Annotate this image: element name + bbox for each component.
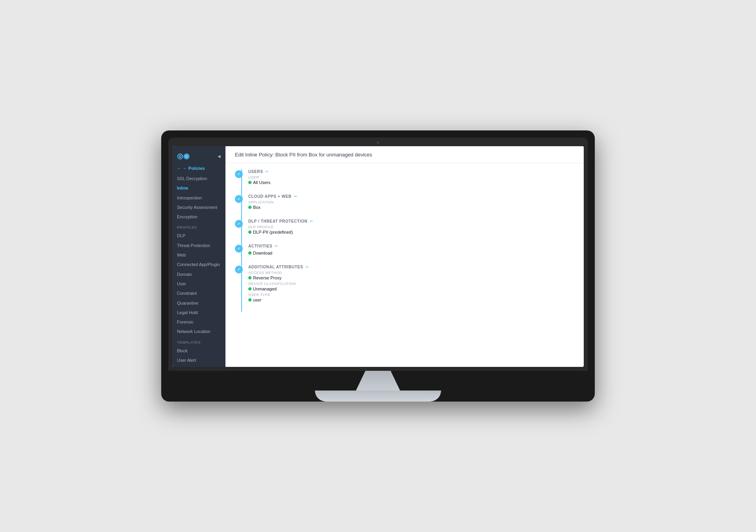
application-value: Box [253,205,261,210]
green-dot-user [248,181,251,184]
sidebar-item-quarantine[interactable]: Quarantine [172,298,225,308]
app-logo-icon: ◎◉ [177,152,190,160]
step-title-additional: ADDITIONAL ATTRIBUTES [248,265,303,269]
field-label-device-classification: DEVICE CLASSIFICATION [248,282,574,286]
step-title-activities: ACTIVITIES [248,244,272,248]
user-type-value: user [253,298,261,302]
field-value-access-method: Reverse Proxy [248,275,574,280]
edit-additional-icon[interactable]: ✏ [305,265,309,269]
sidebar-item-security-assessment[interactable]: Security Assessment [172,203,225,212]
step-content-cloud-apps: CLOUD APPS + WEB ✏ APPLICATION Box [248,194,574,210]
edit-dlp-icon[interactable]: ✏ [310,219,313,223]
step-title-dlp: DLP / THREAT PROTECTION [248,219,307,223]
step-header-activities: ACTIVITIES ✏ [248,244,574,248]
sidebar: ◎◉ ◀ ← ← Policies SSL Decryption Inline … [172,146,225,367]
step-cloud-apps: CLOUD APPS + WEB ✏ APPLICATION Box [235,194,574,210]
user-value: All Users [253,180,270,185]
sidebar-item-dlp[interactable]: DLP [172,231,225,240]
step-activities: ACTIVITIES ✏ Download [235,244,574,255]
field-label-user: USER [248,175,574,179]
step-header-additional: ADDITIONAL ATTRIBUTES ✏ [248,265,574,269]
green-dot-device-classification [248,287,251,290]
step-title-cloud-apps: CLOUD APPS + WEB [248,194,292,199]
back-to-policies[interactable]: ← ← Policies [172,164,225,174]
field-label-access-method: ACCESS METHOD [248,271,574,275]
step-header-dlp: DLP / THREAT PROTECTION ✏ [248,219,574,223]
edit-activities-icon[interactable]: ✏ [275,244,278,248]
step-title-users: USERS [248,169,263,174]
policy-steps-container: USERS ✏ USER All Users [225,163,584,318]
monitor-screen: ◎◉ ◀ ← ← Policies SSL Decryption Inline … [172,146,584,367]
step-header-cloud-apps: CLOUD APPS + WEB ✏ [248,194,574,199]
field-label-application: APPLICATION [248,200,574,204]
sidebar-item-ssl-decryption[interactable]: SSL Decryption [172,174,225,183]
green-dot-activities [248,251,251,255]
green-dot-dlp-profile [248,231,251,234]
field-value-application: Box [248,205,574,210]
monitor: ◎◉ ◀ ← ← Policies SSL Decryption Inline … [161,130,595,402]
sidebar-item-constraint[interactable]: Constraint [172,288,225,298]
sidebar-item-domain[interactable]: Domain [172,270,225,279]
step-circle-activities [235,245,243,253]
step-circle-dlp [235,220,243,228]
green-dot-access-method [248,276,251,279]
sidebar-item-web[interactable]: Web [172,250,225,260]
field-value-dlp-profile: DLP-PII (predefined) [248,230,574,234]
step-circle-additional [235,266,243,273]
step-content-dlp: DLP / THREAT PROTECTION ✏ DLP PROFILE DL… [248,219,574,234]
sidebar-item-threat-protection[interactable]: Threat Protection [172,241,225,250]
sidebar-item-block[interactable]: Block [172,346,225,355]
monitor-stand-base [315,391,441,402]
field-value-user-type: user [248,298,574,302]
sidebar-item-inline[interactable]: Inline [172,183,225,193]
step-content-additional: ADDITIONAL ATTRIBUTES ✏ ACCESS METHOD Re… [248,265,574,302]
dlp-profile-value: DLP-PII (predefined) [253,230,293,234]
monitor-stand-neck [346,371,410,391]
step-circle-users [235,170,243,178]
back-arrow-icon: ← [177,166,181,171]
collapse-button[interactable]: ◀ [218,154,221,158]
sidebar-item-forensic[interactable]: Forensic [172,317,225,327]
step-content-activities: ACTIVITIES ✏ Download [248,244,574,255]
field-label-user-type: USER TYPE [248,293,574,297]
step-dlp: DLP / THREAT PROTECTION ✏ DLP PROFILE DL… [235,219,574,234]
back-label: ← Policies [183,166,205,171]
sidebar-item-email-notification[interactable]: Email Notification [172,365,225,367]
profiles-section-label: PROFILES [172,221,225,231]
edit-cloud-apps-icon[interactable]: ✏ [294,194,297,199]
page-title: Edit Inline Policy: Block PII from Box f… [235,152,372,158]
green-dot-application [248,206,251,209]
step-header-users: USERS ✏ [248,169,574,174]
green-dot-user-type [248,298,251,301]
monitor-bezel: ◎◉ ◀ ← ← Policies SSL Decryption Inline … [168,138,588,371]
field-value-activities: Download [248,251,574,255]
edit-users-icon[interactable]: ✏ [265,169,268,174]
sidebar-logo-area: ◎◉ ◀ [172,146,225,164]
field-value-device-classification: Unmanaged [248,286,574,291]
step-content-users: USERS ✏ USER All Users [248,169,574,185]
monitor-camera [377,141,379,144]
activities-value: Download [253,251,272,255]
access-method-value: Reverse Proxy [253,275,281,280]
field-label-dlp-profile: DLP PROFILE [248,225,574,229]
sidebar-item-encryption[interactable]: Encryption [172,212,225,221]
step-users: USERS ✏ USER All Users [235,169,574,185]
step-additional-attributes: ADDITIONAL ATTRIBUTES ✏ ACCESS METHOD Re… [235,265,574,302]
sidebar-item-legal-hold[interactable]: Legal Hold [172,308,225,317]
sidebar-item-user-alert[interactable]: User Alert [172,355,225,365]
device-classification-value: Unmanaged [253,286,277,291]
step-circle-cloud-apps [235,195,243,203]
field-value-user: All Users [248,180,574,185]
sidebar-item-introspection[interactable]: Introspection [172,193,225,203]
main-content: Edit Inline Policy: Block PII from Box f… [225,146,584,367]
sidebar-item-network-location[interactable]: Network Location [172,327,225,336]
sidebar-item-user[interactable]: User [172,279,225,288]
page-title-bar: Edit Inline Policy: Block PII from Box f… [225,146,584,163]
templates-section-label: TEMPLATES [172,337,225,346]
sidebar-item-connected-app[interactable]: Connected App/Plugin [172,260,225,269]
